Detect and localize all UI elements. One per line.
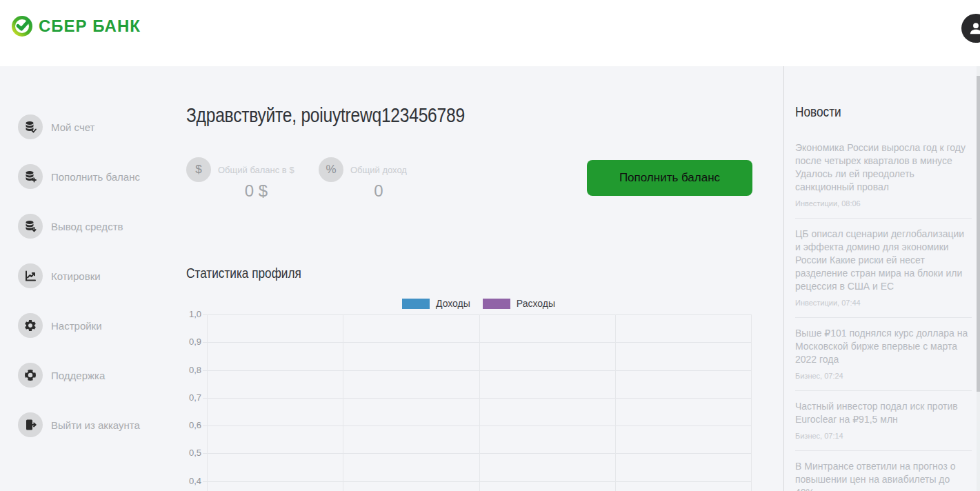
gridline	[615, 314, 616, 491]
gridline	[203, 314, 752, 315]
chart-legend: Доходы Расходы	[402, 298, 555, 309]
y-axis-tick: 1,0	[178, 309, 201, 319]
gridline	[207, 314, 208, 491]
sidebar-item-label: Вывод средств	[51, 221, 123, 232]
income-swatch	[402, 299, 430, 309]
coins-withdraw-icon	[18, 214, 43, 239]
news-title: Новости	[795, 103, 940, 120]
coins-check-icon	[18, 114, 43, 139]
news-item-text: Частный инвестор подал иск против Eurocl…	[795, 400, 972, 426]
gridline	[203, 481, 752, 482]
sidebar-item-label: Выйти из аккаунта	[51, 419, 140, 431]
news-list: Экономика России выросла год к году посл…	[795, 132, 972, 491]
y-axis-tick: 0,7	[178, 392, 201, 403]
lifebuoy-icon	[18, 363, 43, 388]
gridline	[203, 342, 752, 343]
sidebar-nav: Мой счет Пополнить баланс	[18, 114, 183, 462]
news-item-meta: Бизнес, 07:14	[795, 432, 972, 440]
brand-name: СБЕР БАНК	[39, 17, 141, 36]
vertical-scrollbar-thumb[interactable]	[977, 76, 980, 392]
page: СБЕР БАНК	[0, 0, 980, 491]
news-item[interactable]: Частный инвестор подал иск против Eurocl…	[795, 391, 972, 451]
sidebar-item-logout[interactable]: Выйти из аккаунта	[18, 412, 183, 437]
balance-value: 0 $	[218, 181, 294, 201]
person-icon	[967, 19, 980, 37]
sidebar-item-label: Котировки	[51, 270, 101, 282]
legend-expense-label: Расходы	[517, 298, 555, 309]
dollar-icon: $	[186, 157, 211, 182]
income-stat: % Общий доход 0	[319, 157, 407, 201]
header: СБЕР БАНК	[0, 0, 980, 66]
y-axis-tick: 0,8	[178, 365, 201, 375]
balance-stat: $ Общий баланс в $ 0 $	[186, 157, 294, 201]
news-item[interactable]: ЦБ описал сценарии деглобализации и эффе…	[795, 219, 972, 318]
gridline	[203, 453, 752, 454]
gear-icon	[18, 313, 43, 338]
y-axis-tick: 0,6	[178, 420, 201, 430]
sidebar-item-my-account[interactable]: Мой счет	[18, 114, 183, 139]
expense-swatch	[483, 299, 510, 309]
vertical-scrollbar-track[interactable]	[977, 66, 980, 491]
gridline	[479, 314, 480, 491]
news-item-meta: Бизнес, 07:24	[795, 372, 972, 380]
profile-stats-title: Статистика профиля	[186, 265, 301, 281]
sber-check-circle-icon	[11, 15, 33, 37]
legend-expense: Расходы	[483, 298, 555, 309]
news-item[interactable]: В Минтрансе ответили на прогноз о повыше…	[795, 451, 972, 491]
news-item-meta: Инвестиции, 08:06	[795, 199, 972, 208]
sidebar-item-quotes[interactable]: Котировки	[18, 263, 183, 288]
gridline	[343, 314, 343, 491]
y-axis-tick: 0,5	[178, 448, 201, 458]
topup-balance-button[interactable]: Пополнить баланс	[587, 160, 752, 196]
news-item-meta: Инвестиции, 07:44	[795, 299, 972, 307]
balance-label: Общий баланс в $	[218, 165, 294, 175]
sidebar-item-settings[interactable]: Настройки	[18, 313, 183, 338]
news-item[interactable]: Экономика России выросла год к году посл…	[795, 132, 972, 219]
sidebar-item-label: Поддержка	[51, 370, 105, 381]
sidebar-item-withdraw[interactable]: Вывод средств	[18, 214, 183, 239]
y-axis-tick: 0,4	[178, 476, 201, 486]
profile-avatar[interactable]	[961, 14, 980, 43]
legend-income: Доходы	[402, 298, 470, 309]
coins-plus-icon	[18, 164, 43, 189]
sidebar-item-topup[interactable]: Пополнить баланс	[18, 164, 183, 189]
news-item[interactable]: Выше ₽101 поднялся курс доллара на Моско…	[795, 318, 972, 391]
gridline	[203, 370, 752, 371]
news-item-text: ЦБ описал сценарии деглобализации и эффе…	[795, 228, 972, 293]
sidebar-item-support[interactable]: Поддержка	[18, 363, 183, 388]
income-label: Общий доход	[350, 165, 407, 175]
profile-stats-chart	[207, 314, 752, 491]
chart-line-icon	[18, 263, 43, 288]
sidebar-item-label: Пополнить баланс	[51, 171, 140, 183]
gridline	[751, 314, 752, 491]
logout-icon	[18, 412, 43, 437]
news-item-text: Экономика России выросла год к году посл…	[795, 141, 972, 194]
legend-income-label: Доходы	[436, 298, 470, 309]
sber-logo[interactable]: СБЕР БАНК	[11, 15, 141, 37]
news-panel: Новости Экономика России выросла год к г…	[783, 66, 980, 491]
greeting-title: Здравствуйте, poiuytrewq123456789	[186, 103, 465, 127]
gridline	[203, 425, 752, 426]
news-item-text: Выше ₽101 поднялся курс доллара на Моско…	[795, 327, 972, 366]
percent-icon: %	[319, 157, 343, 182]
sidebar-item-label: Мой счет	[51, 121, 94, 133]
income-value: 0	[350, 181, 407, 201]
gridline	[203, 398, 752, 399]
sidebar-item-label: Настройки	[51, 320, 102, 332]
news-item-text: В Минтрансе ответили на прогноз о повыше…	[795, 460, 972, 491]
y-axis-tick: 0,9	[178, 337, 201, 347]
